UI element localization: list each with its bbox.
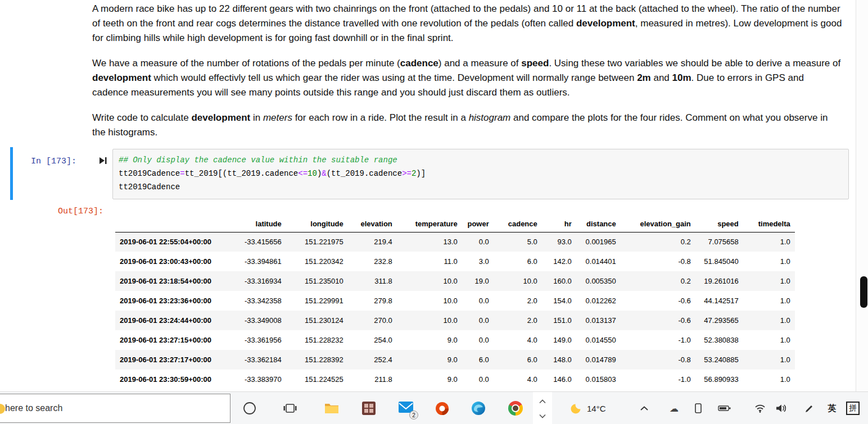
scroll-up-button[interactable] (539, 396, 546, 406)
table-cell: 279.8 (348, 291, 397, 311)
table-cell: 311.8 (348, 271, 397, 291)
mail-button[interactable]: 2 (395, 392, 417, 424)
show-hidden-icons-button[interactable] (636, 392, 653, 424)
table-cell: 1.0 (743, 291, 795, 311)
windows-ink-tray-button[interactable] (801, 392, 818, 424)
table-cell: 270.0 (348, 311, 397, 330)
ime-language-label: 英 (828, 403, 837, 414)
table-row: 2019-06-01 23:23:36+00:00-33.342358151.2… (115, 291, 795, 311)
code-cell: In [173]: ## Only display the cadence va… (0, 147, 868, 391)
task-view-button[interactable] (279, 392, 301, 424)
office-app-button[interactable] (431, 392, 453, 424)
cortana-button[interactable] (238, 392, 261, 424)
table-row: 2019-06-01 23:00:43+00:00-33.394861151.2… (115, 252, 795, 271)
dataframe-table: latitudelongitudeelevationtemperaturepow… (115, 216, 795, 389)
cloud-icon: ☁ (670, 403, 679, 414)
table-cell: 51.845040 (695, 252, 743, 271)
column-header: cadence (494, 216, 542, 232)
table-cell: -0.6 (621, 311, 695, 330)
table-cell: 151.224525 (286, 370, 348, 389)
chrome-browser-button[interactable] (504, 392, 527, 424)
weather-widget[interactable]: 14°C (570, 392, 606, 424)
file-explorer-button[interactable] (320, 392, 343, 424)
table-cell: 151.228232 (286, 330, 348, 350)
your-phone-tray-button[interactable] (690, 392, 707, 424)
pen-icon (804, 403, 815, 413)
table-cell: 0.014550 (576, 330, 621, 350)
cortana-circle-icon (243, 402, 256, 415)
dataframe-body: 2019-06-01 22:55:04+00:00-33.415656151.2… (115, 232, 795, 389)
table-row: 2019-06-01 23:27:17+00:00-33.362184151.2… (115, 350, 795, 370)
table-cell: 219.4 (348, 232, 397, 252)
table-cell: 0.014401 (576, 252, 621, 271)
wifi-tray-button[interactable] (752, 392, 768, 424)
column-header: hr (542, 216, 576, 232)
column-header: latitude (240, 216, 286, 232)
table-cell: 151.228392 (286, 350, 348, 370)
taskbar-search-box[interactable] (0, 394, 230, 423)
table-cell: 93.0 (542, 232, 576, 252)
store-app-button[interactable] (358, 392, 380, 424)
mail-unread-badge: 2 (409, 411, 418, 420)
table-cell: -33.342358 (240, 291, 286, 311)
table-cell: 19.261016 (695, 271, 743, 291)
table-cell: 2.0 (494, 291, 542, 311)
column-header: longitude (286, 216, 348, 232)
store-grid-icon (362, 402, 376, 415)
table-cell: 10.0 (397, 271, 462, 291)
dataframe-header-row: latitudelongitudeelevationtemperaturepow… (115, 216, 795, 232)
volume-tray-button[interactable] (773, 392, 790, 424)
search-input[interactable] (5, 403, 207, 413)
code-editor[interactable]: ## Only display the cadence value within… (112, 149, 849, 199)
table-cell: -33.415656 (240, 232, 286, 252)
scroll-down-button[interactable] (539, 411, 546, 421)
table-cell: 56.890933 (695, 370, 743, 389)
table-cell: 0.0 (462, 370, 494, 389)
ime-language-button[interactable]: 英 (824, 392, 840, 424)
table-row: 2019-06-01 22:55:04+00:00-33.415656151.2… (115, 232, 795, 252)
index-column-header (115, 216, 240, 232)
row-index-cell: 2019-06-01 22:55:04+00:00 (115, 232, 240, 252)
scrollbar-track[interactable] (856, 0, 868, 391)
markdown-paragraph: A modern race bike has up to 22 differen… (92, 2, 842, 45)
code-line: tt2019Cadence (119, 180, 843, 194)
table-cell: -33.362184 (240, 350, 286, 370)
table-cell: 142.0 (542, 252, 576, 271)
table-cell: 0.012262 (576, 291, 621, 311)
edge-browser-button[interactable] (467, 392, 490, 424)
row-index-cell: 2019-06-01 23:23:36+00:00 (115, 291, 240, 311)
run-cell-icon (99, 157, 107, 167)
cell-selection-bar (10, 147, 13, 200)
row-index-cell: 2019-06-01 23:00:43+00:00 (115, 252, 240, 271)
table-cell: 154.0 (542, 291, 576, 311)
table-cell: -0.8 (621, 350, 695, 370)
table-cell: 151.230124 (286, 311, 348, 330)
office-icon (435, 402, 449, 416)
table-cell: 19.0 (462, 271, 494, 291)
table-cell: 2.0 (494, 311, 542, 330)
table-cell: -33.316934 (240, 271, 286, 291)
table-cell: 44.142517 (695, 291, 743, 311)
folder-icon (324, 402, 339, 414)
table-cell: -33.361956 (240, 330, 286, 350)
table-cell: 211.8 (348, 370, 397, 389)
table-cell: 0.0 (462, 311, 494, 330)
scrollbar-thumb[interactable] (860, 276, 867, 308)
search-icon (0, 404, 5, 414)
battery-tray-button[interactable] (716, 392, 733, 424)
ime-mode-button[interactable]: 拼 (844, 392, 861, 424)
ime-mode-label: 拼 (846, 402, 860, 415)
table-cell: 232.8 (348, 252, 397, 271)
output-prompt: Out[173]: (58, 207, 103, 216)
edge-icon (471, 401, 486, 416)
table-cell: 1.0 (743, 252, 795, 271)
table-cell: 0.2 (621, 232, 695, 252)
markdown-cell[interactable]: A modern race bike has up to 22 differen… (92, 2, 842, 151)
table-cell: 6.0 (462, 350, 494, 370)
onedrive-tray-button[interactable]: ☁ (666, 392, 682, 424)
table-cell: 10.0 (494, 271, 542, 291)
table-cell: 11.0 (397, 252, 462, 271)
table-cell: 0.014789 (576, 350, 621, 370)
taskbar: 2 14°C ☁ (0, 391, 868, 424)
table-cell: 160.0 (542, 271, 576, 291)
